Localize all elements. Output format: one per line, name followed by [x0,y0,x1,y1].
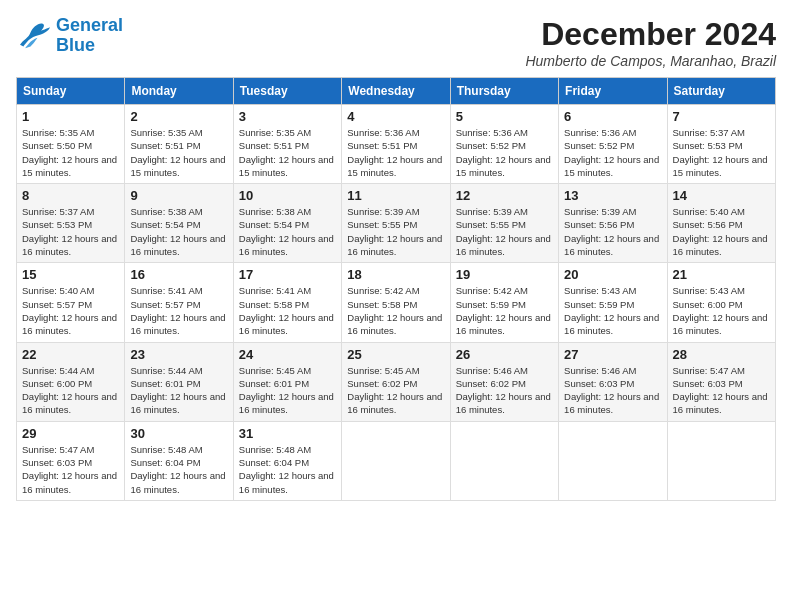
calendar-cell: 16Sunrise: 5:41 AMSunset: 5:57 PMDayligh… [125,263,233,342]
day-number: 16 [130,267,227,282]
calendar-cell: 26Sunrise: 5:46 AMSunset: 6:02 PMDayligh… [450,342,558,421]
calendar-cell: 31Sunrise: 5:48 AMSunset: 6:04 PMDayligh… [233,421,341,500]
day-number: 18 [347,267,444,282]
logo-icon [16,22,52,50]
day-info: Sunrise: 5:35 AMSunset: 5:51 PMDaylight:… [130,126,227,179]
calendar-cell: 6Sunrise: 5:36 AMSunset: 5:52 PMDaylight… [559,105,667,184]
calendar-cell: 5Sunrise: 5:36 AMSunset: 5:52 PMDaylight… [450,105,558,184]
day-number: 5 [456,109,553,124]
day-info: Sunrise: 5:38 AMSunset: 5:54 PMDaylight:… [130,205,227,258]
day-info: Sunrise: 5:40 AMSunset: 5:57 PMDaylight:… [22,284,119,337]
day-info: Sunrise: 5:48 AMSunset: 6:04 PMDaylight:… [130,443,227,496]
day-number: 13 [564,188,661,203]
day-info: Sunrise: 5:47 AMSunset: 6:03 PMDaylight:… [673,364,770,417]
day-number: 6 [564,109,661,124]
day-number: 9 [130,188,227,203]
weekday-header-row: SundayMondayTuesdayWednesdayThursdayFrid… [17,78,776,105]
day-number: 27 [564,347,661,362]
day-number: 10 [239,188,336,203]
day-number: 20 [564,267,661,282]
day-number: 11 [347,188,444,203]
calendar-cell: 19Sunrise: 5:42 AMSunset: 5:59 PMDayligh… [450,263,558,342]
calendar-cell: 23Sunrise: 5:44 AMSunset: 6:01 PMDayligh… [125,342,233,421]
calendar-week-row: 22Sunrise: 5:44 AMSunset: 6:00 PMDayligh… [17,342,776,421]
day-info: Sunrise: 5:45 AMSunset: 6:01 PMDaylight:… [239,364,336,417]
calendar-cell: 28Sunrise: 5:47 AMSunset: 6:03 PMDayligh… [667,342,775,421]
weekday-header-monday: Monday [125,78,233,105]
weekday-header-wednesday: Wednesday [342,78,450,105]
calendar-cell: 8Sunrise: 5:37 AMSunset: 5:53 PMDaylight… [17,184,125,263]
page-header: General Blue December 2024 Humberto de C… [16,16,776,69]
day-number: 29 [22,426,119,441]
logo-text: General Blue [56,16,123,56]
day-number: 14 [673,188,770,203]
calendar-cell: 21Sunrise: 5:43 AMSunset: 6:00 PMDayligh… [667,263,775,342]
day-info: Sunrise: 5:39 AMSunset: 5:55 PMDaylight:… [347,205,444,258]
calendar-cell: 7Sunrise: 5:37 AMSunset: 5:53 PMDaylight… [667,105,775,184]
day-info: Sunrise: 5:42 AMSunset: 5:59 PMDaylight:… [456,284,553,337]
weekday-header-friday: Friday [559,78,667,105]
day-info: Sunrise: 5:44 AMSunset: 6:01 PMDaylight:… [130,364,227,417]
day-info: Sunrise: 5:45 AMSunset: 6:02 PMDaylight:… [347,364,444,417]
day-info: Sunrise: 5:39 AMSunset: 5:56 PMDaylight:… [564,205,661,258]
calendar-cell: 3Sunrise: 5:35 AMSunset: 5:51 PMDaylight… [233,105,341,184]
calendar-cell: 4Sunrise: 5:36 AMSunset: 5:51 PMDaylight… [342,105,450,184]
day-number: 23 [130,347,227,362]
day-number: 1 [22,109,119,124]
day-info: Sunrise: 5:39 AMSunset: 5:55 PMDaylight:… [456,205,553,258]
day-number: 15 [22,267,119,282]
day-info: Sunrise: 5:46 AMSunset: 6:03 PMDaylight:… [564,364,661,417]
calendar-cell: 15Sunrise: 5:40 AMSunset: 5:57 PMDayligh… [17,263,125,342]
day-number: 17 [239,267,336,282]
day-number: 24 [239,347,336,362]
calendar-cell: 10Sunrise: 5:38 AMSunset: 5:54 PMDayligh… [233,184,341,263]
day-info: Sunrise: 5:46 AMSunset: 6:02 PMDaylight:… [456,364,553,417]
month-title: December 2024 [525,16,776,53]
day-number: 19 [456,267,553,282]
calendar-cell: 29Sunrise: 5:47 AMSunset: 6:03 PMDayligh… [17,421,125,500]
day-number: 28 [673,347,770,362]
calendar-week-row: 15Sunrise: 5:40 AMSunset: 5:57 PMDayligh… [17,263,776,342]
calendar-cell: 24Sunrise: 5:45 AMSunset: 6:01 PMDayligh… [233,342,341,421]
day-info: Sunrise: 5:47 AMSunset: 6:03 PMDaylight:… [22,443,119,496]
day-info: Sunrise: 5:44 AMSunset: 6:00 PMDaylight:… [22,364,119,417]
calendar-table: SundayMondayTuesdayWednesdayThursdayFrid… [16,77,776,501]
day-info: Sunrise: 5:36 AMSunset: 5:52 PMDaylight:… [564,126,661,179]
day-number: 21 [673,267,770,282]
day-info: Sunrise: 5:41 AMSunset: 5:58 PMDaylight:… [239,284,336,337]
day-info: Sunrise: 5:38 AMSunset: 5:54 PMDaylight:… [239,205,336,258]
day-info: Sunrise: 5:36 AMSunset: 5:52 PMDaylight:… [456,126,553,179]
day-number: 25 [347,347,444,362]
weekday-header-sunday: Sunday [17,78,125,105]
calendar-cell: 11Sunrise: 5:39 AMSunset: 5:55 PMDayligh… [342,184,450,263]
weekday-header-tuesday: Tuesday [233,78,341,105]
day-info: Sunrise: 5:42 AMSunset: 5:58 PMDaylight:… [347,284,444,337]
day-info: Sunrise: 5:35 AMSunset: 5:50 PMDaylight:… [22,126,119,179]
calendar-cell: 27Sunrise: 5:46 AMSunset: 6:03 PMDayligh… [559,342,667,421]
day-number: 12 [456,188,553,203]
day-number: 22 [22,347,119,362]
day-number: 7 [673,109,770,124]
logo-line2: Blue [56,35,95,55]
day-info: Sunrise: 5:41 AMSunset: 5:57 PMDaylight:… [130,284,227,337]
calendar-cell: 1Sunrise: 5:35 AMSunset: 5:50 PMDaylight… [17,105,125,184]
calendar-cell: 2Sunrise: 5:35 AMSunset: 5:51 PMDaylight… [125,105,233,184]
day-info: Sunrise: 5:43 AMSunset: 5:59 PMDaylight:… [564,284,661,337]
weekday-header-saturday: Saturday [667,78,775,105]
day-number: 3 [239,109,336,124]
day-number: 26 [456,347,553,362]
day-number: 4 [347,109,444,124]
location-subtitle: Humberto de Campos, Maranhao, Brazil [525,53,776,69]
calendar-cell: 12Sunrise: 5:39 AMSunset: 5:55 PMDayligh… [450,184,558,263]
logo-line1: General [56,15,123,35]
calendar-cell [342,421,450,500]
day-info: Sunrise: 5:37 AMSunset: 5:53 PMDaylight:… [22,205,119,258]
day-number: 2 [130,109,227,124]
weekday-header-thursday: Thursday [450,78,558,105]
calendar-cell: 17Sunrise: 5:41 AMSunset: 5:58 PMDayligh… [233,263,341,342]
day-number: 8 [22,188,119,203]
calendar-cell: 18Sunrise: 5:42 AMSunset: 5:58 PMDayligh… [342,263,450,342]
title-area: December 2024 Humberto de Campos, Maranh… [525,16,776,69]
calendar-cell: 20Sunrise: 5:43 AMSunset: 5:59 PMDayligh… [559,263,667,342]
calendar-cell: 30Sunrise: 5:48 AMSunset: 6:04 PMDayligh… [125,421,233,500]
